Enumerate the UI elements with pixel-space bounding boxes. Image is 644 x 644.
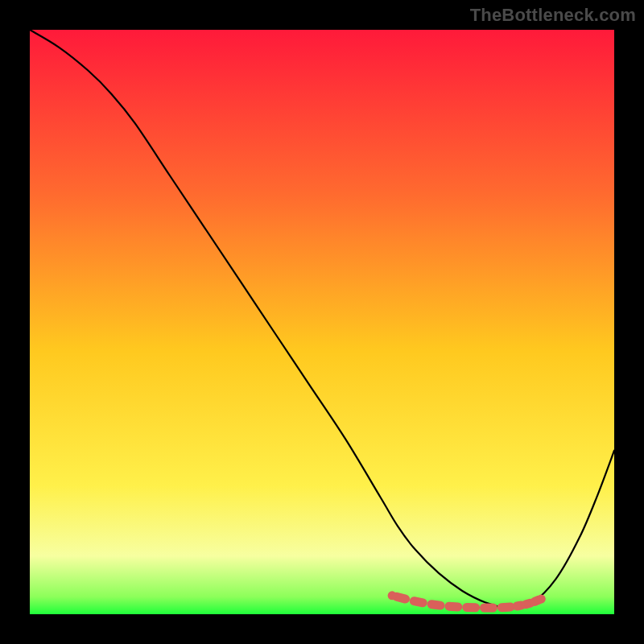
optimal-marker-segment	[431, 605, 440, 605]
optimal-marker-segment	[397, 597, 406, 599]
optimal-marker-segment	[517, 605, 521, 606]
optimal-marker-endpoint	[537, 595, 546, 604]
watermark-text: TheBottleneck.com	[470, 5, 636, 26]
optimal-marker-segment	[449, 606, 458, 607]
optimal-marker-segment	[414, 601, 423, 603]
optimal-marker-segment	[526, 603, 530, 605]
optimal-marker-endpoint	[388, 591, 397, 600]
optimal-marker-segment	[502, 607, 510, 608]
plot-svg	[30, 30, 614, 614]
gradient-background	[30, 30, 614, 614]
plot-area	[30, 30, 614, 614]
chart-frame: TheBottleneck.com	[0, 0, 644, 644]
